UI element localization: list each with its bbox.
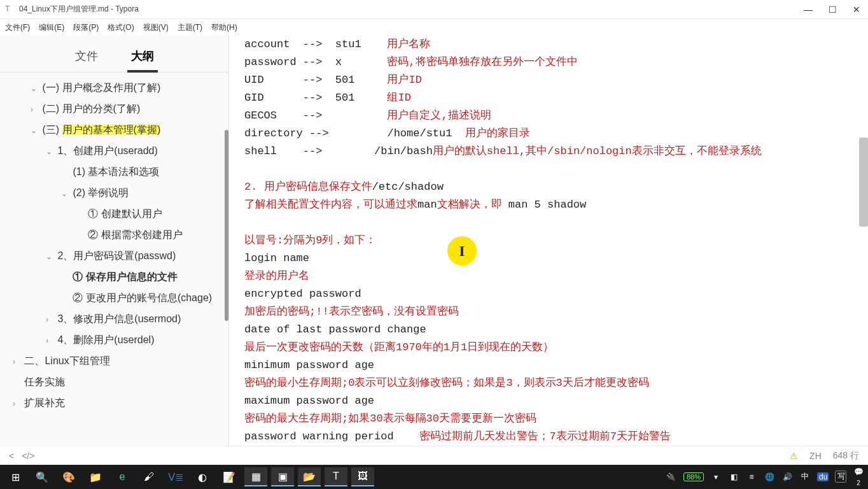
menu-theme[interactable]: 主题(T) xyxy=(178,22,202,33)
close-button[interactable]: ✕ xyxy=(850,4,863,15)
ime-indicator[interactable]: 中 xyxy=(799,471,811,482)
comment-text: 密码的最大生存周期;如果30表示每隔30天需要更新一次密码 xyxy=(244,413,536,425)
outline-item[interactable]: › 扩展补充 xyxy=(0,393,228,414)
comment-text: 组ID xyxy=(387,92,410,104)
comment-text: 2. 用户密码信息保存文件 xyxy=(244,181,372,193)
outline-item[interactable]: › 4、删除用户(userdel) xyxy=(0,330,228,351)
outline-item[interactable]: ⌄ 1、创建用户(useradd) xyxy=(0,141,228,162)
outline-item[interactable]: › (二) 用户的分类(了解) xyxy=(0,99,228,120)
power-icon[interactable]: 🔌 xyxy=(666,472,677,481)
warning-icon[interactable]: ⚠ xyxy=(790,451,798,461)
notification-icon[interactable]: 💬2 xyxy=(853,467,864,486)
outline-item[interactable]: ① 创建默认用户 xyxy=(0,204,228,225)
outline-item[interactable]: ⌄ 2、用户密码设置(passwd) xyxy=(0,246,228,267)
taskbar-typora[interactable]: T xyxy=(325,467,347,486)
outline-item[interactable]: ⌄ (一) 用户概念及作用(了解) xyxy=(0,78,228,99)
code-text: man 5 shadow xyxy=(508,199,586,211)
code-text: account --> stu1 xyxy=(244,38,387,50)
search-icon[interactable]: 🔍 xyxy=(31,467,53,486)
tab-file[interactable]: 文件 xyxy=(71,43,102,72)
outline-indicator xyxy=(225,130,228,321)
tray-icon[interactable]: ◧ xyxy=(728,472,739,481)
chevron-icon: ⌄ xyxy=(31,84,39,93)
comment-text: 用户名称 xyxy=(387,38,430,50)
tray-icon[interactable]: ▾ xyxy=(710,472,722,481)
breadcrumb[interactable]: </> xyxy=(22,451,34,461)
outline-item[interactable]: 任务实施 xyxy=(0,372,228,393)
comment-text: 用户的默认shell,其中/sbin/nologin表示非交互，不能登录系统 xyxy=(433,145,762,157)
tab-outline[interactable]: 大纲 xyxy=(127,43,158,73)
taskbar-explorer[interactable]: 📂 xyxy=(298,467,321,486)
code-text: minimum password age xyxy=(244,359,374,371)
code-text: directory --> /home/stu1 xyxy=(244,127,465,139)
menu-edit[interactable]: 编辑(E) xyxy=(39,22,64,33)
taskbar-edge[interactable]: e xyxy=(111,467,134,486)
code-text: GECOS --> xyxy=(244,110,387,122)
minimize-button[interactable]: — xyxy=(802,4,815,15)
outline-item[interactable]: ① 保存用户信息的文件 xyxy=(0,267,228,288)
outline-item[interactable]: (1) 基本语法和选项 xyxy=(0,162,228,183)
code-text: password --> x xyxy=(244,56,387,68)
chevron-icon: ⌄ xyxy=(46,147,55,156)
menu-file[interactable]: 文件(F) xyxy=(5,22,30,33)
taskbar-vm[interactable]: ▣ xyxy=(271,467,294,486)
outline-tree: ⌄ (一) 用户概念及作用(了解)› (二) 用户的分类(了解)⌄ (三) 用户… xyxy=(0,73,228,419)
taskbar-app[interactable]: 🖼 xyxy=(351,467,374,486)
chevron-icon: › xyxy=(31,105,39,114)
titlebar: T 04_Linux下用户组管理.md - Typora — ☐ ✕ xyxy=(0,0,868,19)
menu-paragraph[interactable]: 段落(P) xyxy=(73,22,99,33)
volume-icon[interactable]: 🔊 xyxy=(781,472,793,481)
chevron-icon: ⌄ xyxy=(46,252,55,261)
tray-icon[interactable]: ≡ xyxy=(746,472,757,481)
ime-indicator[interactable]: 写 xyxy=(835,471,846,483)
window-title: 04_Linux下用户组管理.md - Typora xyxy=(19,4,802,15)
start-button[interactable]: ⊞ xyxy=(4,467,27,486)
code-text: encrypted password xyxy=(244,288,361,300)
chevron-icon: › xyxy=(13,357,22,366)
menu-view[interactable]: 视图(V) xyxy=(143,22,169,33)
outline-item[interactable]: ② 更改用户的账号信息(chage) xyxy=(0,288,228,309)
comment-text: 了解相关配置文件内容，可以通过求 xyxy=(244,199,417,211)
scrollbar-thumb[interactable] xyxy=(859,138,868,227)
taskbar-app[interactable]: 🖌 xyxy=(137,467,160,486)
cursor-highlight-icon: I xyxy=(447,236,477,266)
chevron-icon: ⌄ xyxy=(31,126,39,135)
comment-text: 密码过期前几天发出警告；7表示过期前7天开始警告 xyxy=(419,430,670,443)
taskbar-app[interactable]: ▦ xyxy=(244,467,267,486)
code-text: date of last password change xyxy=(244,323,426,336)
nav-back-icon[interactable]: < xyxy=(9,451,14,461)
taskbar-app[interactable]: 🎨 xyxy=(57,467,80,486)
chevron-icon: › xyxy=(46,336,55,345)
outline-item[interactable]: › 3、修改用户信息(usermod) xyxy=(0,309,228,330)
taskbar-chrome[interactable]: ◐ xyxy=(191,467,214,486)
editor-content[interactable]: account --> stu1 用户名称 password --> x 密码,… xyxy=(229,36,868,465)
code-text: UID --> 501 xyxy=(244,74,387,86)
taskbar-visio[interactable]: V≣ xyxy=(164,467,187,486)
menu-help[interactable]: 帮助(H) xyxy=(211,22,237,33)
chevron-icon: › xyxy=(13,399,22,408)
outline-item[interactable]: ② 根据需求创建用户 xyxy=(0,225,228,246)
battery-indicator[interactable]: 88% xyxy=(683,472,704,481)
code-text: login name xyxy=(244,252,309,264)
lang-indicator[interactable]: ZH xyxy=(809,451,822,461)
comment-text: 文档解决，即 xyxy=(437,199,508,211)
comment-text: 加密后的密码;!!表示空密码，没有设置密码 xyxy=(244,306,459,318)
code-text: shell --> /bin/bash xyxy=(244,145,433,157)
comment-text: 用户自定义,描述说明 xyxy=(387,110,491,122)
menu-format[interactable]: 格式(O) xyxy=(108,22,134,33)
taskbar: ⊞ 🔍 🎨 📁 e 🖌 V≣ ◐ 📝 ▦ ▣ 📂 T 🖼 🔌 88% ▾ ◧ ≡… xyxy=(0,465,868,489)
outline-item[interactable]: ⌄ (三) 用户的基本管理(掌握) xyxy=(0,120,228,141)
chevron-icon: › xyxy=(46,315,55,324)
window-controls: — ☐ ✕ xyxy=(802,4,863,15)
ime-indicator[interactable]: du xyxy=(817,472,829,481)
app-icon: T xyxy=(5,4,15,15)
taskbar-app[interactable]: 📁 xyxy=(84,467,107,486)
maximize-button[interactable]: ☐ xyxy=(826,4,839,15)
outline-item[interactable]: ⌄ (2) 举例说明 xyxy=(0,183,228,204)
line-count: 648 行 xyxy=(833,450,859,462)
comment-text: 密码,将密码单独存放在另外一个文件中 xyxy=(387,56,577,68)
network-icon[interactable]: 🌐 xyxy=(764,472,775,481)
comment-text: 登录的用户名 xyxy=(244,270,309,282)
taskbar-notepad[interactable]: 📝 xyxy=(218,467,241,486)
outline-item[interactable]: › 二、Linux下组管理 xyxy=(0,351,228,372)
